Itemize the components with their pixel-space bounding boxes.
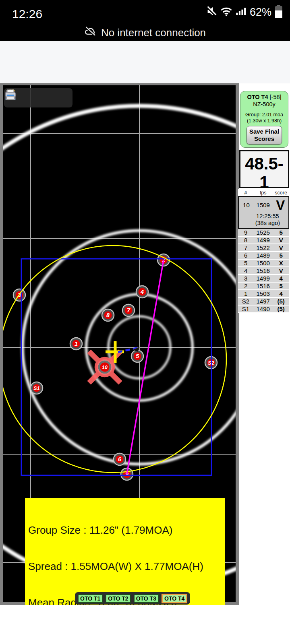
shot-marker-S1[interactable]: S1 — [31, 382, 43, 394]
group-size-line-text: Group Size : 11.26" (1.79MOA) — [28, 524, 222, 536]
svg-text:8: 8 — [106, 312, 110, 318]
svg-text:10: 10 — [102, 365, 108, 370]
android-nav-bar — [0, 605, 290, 644]
tab-oto-t2[interactable]: OTO T2 — [106, 594, 130, 603]
target-canvas[interactable]: 2347815S210S169 — [0, 83, 239, 605]
latest-shot-ago: (38s ago) — [247, 220, 288, 227]
session-subtitle: NZ-500y — [240, 101, 288, 108]
session-panel: OTO T4 [-58] NZ-500y Group: 2.01 moa (1.… — [240, 91, 288, 148]
score-row-9[interactable]: 915255 — [238, 229, 289, 237]
score-row-8[interactable]: 81499V — [238, 237, 289, 244]
score-panel: 48.5-1 FINAL v: 1508, sd: 11.1 — [239, 150, 289, 188]
browser-toolbar: 192.168.0.47 5 — [0, 41, 290, 83]
shot-marker-5[interactable]: 5 — [131, 350, 143, 362]
latest-shot-row[interactable]: 10 1509 V 12:25:55 (38s ago) — [238, 196, 289, 229]
shot-marker-7[interactable]: 7 — [122, 304, 135, 316]
score-row-S2[interactable]: S21497(5) — [238, 298, 289, 305]
total-score: 48.5-1 — [240, 155, 288, 192]
shot-marker-6[interactable]: 6 — [114, 453, 126, 465]
shot-marker-1[interactable]: 1 — [70, 338, 82, 350]
svg-text:S1: S1 — [33, 386, 39, 391]
tab-oto-t3[interactable]: OTO T3 — [134, 594, 159, 603]
svg-text:5: 5 — [136, 353, 139, 359]
notes-icon[interactable] — [23, 91, 37, 105]
shot-marker-8[interactable]: 8 — [102, 309, 114, 321]
cloud-offline-icon — [84, 26, 96, 40]
status-bar: 12:26 62% — [0, 0, 290, 24]
sidebar: OTO T4 [-58] NZ-500y Group: 2.01 moa (1.… — [239, 83, 290, 605]
group-wh-text: (1.30w x 1.98h) — [240, 118, 288, 124]
latest-score: V — [273, 198, 288, 212]
clock: 12:26 — [12, 7, 42, 21]
target-tab-bar: OTO T1OTO T2OTO T3OTO T4 — [75, 592, 190, 605]
notification-bar: No internet connection — [0, 24, 290, 41]
svg-text:4: 4 — [140, 289, 144, 295]
score-rows: 91525581499V71522V61489551500X41516V3149… — [238, 229, 289, 313]
col-num: # — [238, 190, 253, 196]
latest-fps: 1509 — [254, 202, 273, 208]
score-row-2[interactable]: 215165 — [238, 283, 289, 290]
score-row-S1[interactable]: S11490(5) — [238, 305, 289, 313]
signal-icon — [236, 6, 246, 18]
tab-oto-t1[interactable]: OTO T1 — [78, 594, 103, 603]
score-row-1[interactable]: 115034 — [238, 290, 289, 298]
latest-num: 10 — [239, 202, 254, 208]
svg-text:1: 1 — [75, 341, 78, 347]
svg-text:7: 7 — [127, 307, 130, 314]
battery-percent: 62% — [250, 6, 271, 19]
group-moa-text: Group: 2.01 moa — [240, 112, 288, 118]
score-row-6[interactable]: 614895 — [238, 252, 289, 260]
shot-table-header: # fps score — [238, 189, 289, 196]
phone-screen: 12:26 62% No internet connection — [0, 0, 290, 644]
col-fps: fps — [253, 190, 273, 196]
shot-marker-4[interactable]: 4 — [136, 286, 148, 298]
shot-table: # fps score 10 1509 V 12:25:55 (38s ago)… — [238, 189, 289, 313]
notification-text: No internet connection — [101, 27, 206, 39]
target-toolbar — [4, 88, 72, 107]
score-row-7[interactable]: 71522V — [238, 244, 289, 252]
svg-text:6: 6 — [118, 456, 122, 462]
spread-line-text: Spread : 1.55MOA(W) X 1.77MOA(H) — [28, 560, 222, 572]
divider — [244, 110, 285, 110]
folder-icon[interactable] — [39, 91, 54, 105]
score-row-3[interactable]: 314994 — [238, 275, 289, 283]
mute-icon — [207, 6, 217, 18]
session-title: OTO T4 [-58] — [240, 93, 288, 101]
score-row-4[interactable]: 41516V — [238, 267, 289, 275]
col-score: score — [273, 190, 289, 196]
save-final-scores-button[interactable]: Save Final Scores — [246, 126, 282, 144]
latest-shot-time: 12:25:55 — [247, 213, 288, 220]
print-icon[interactable] — [56, 91, 70, 105]
wifi-icon — [220, 6, 232, 18]
tab-oto-t4[interactable]: OTO T4 — [162, 594, 187, 603]
score-row-5[interactable]: 51500X — [238, 260, 289, 267]
battery-icon — [275, 4, 283, 20]
